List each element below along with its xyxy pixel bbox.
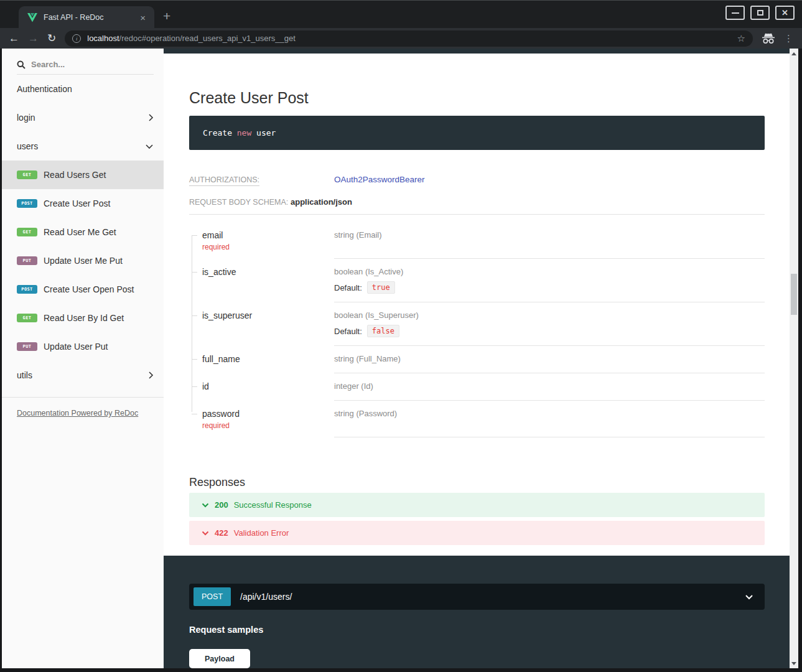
new-tab-button[interactable]: + [163, 9, 170, 24]
sidebar-op-read-users-get[interactable]: GET Read Users Get [2, 161, 164, 189]
tab-title: Fast API - ReDoc [44, 13, 138, 22]
required-flag: required [202, 420, 328, 431]
scrollbar-thumb[interactable] [791, 274, 797, 315]
method-badge-get: GET [17, 228, 37, 236]
default-value-chip: false [367, 325, 399, 337]
sidebar-footer: Documentation Powered by ReDoc [2, 398, 164, 427]
field-type: boolean (Is_Superuser) [334, 310, 765, 321]
sidebar-item-authentication[interactable]: Authentication [2, 75, 164, 103]
code-keyword: new [237, 128, 251, 138]
response-label: Validation Error [234, 528, 289, 538]
field-row-email: email required string (Email) [189, 222, 765, 259]
field-default: Default: true [334, 281, 765, 294]
scroll-down-arrow-icon[interactable] [790, 659, 798, 668]
chevron-right-icon [148, 371, 154, 380]
sidebar-item-label: users [17, 141, 145, 151]
request-body-label: REQUEST BODY SCHEMA: [189, 198, 291, 207]
required-flag: required [202, 241, 328, 253]
response-200-panel[interactable]: 200 Successful Response [189, 493, 765, 517]
sidebar-item-utils[interactable]: utils [2, 361, 164, 390]
sidebar-item-label: login [17, 113, 148, 123]
search-row [2, 49, 164, 74]
sidebar-op-label: Create User Post [44, 198, 110, 208]
response-422-panel[interactable]: 422 Validation Error [189, 521, 765, 545]
operation-description-code: Create new user [189, 116, 765, 150]
tab-close-icon[interactable]: × [138, 12, 148, 23]
chevron-right-icon [148, 113, 154, 122]
site-info-icon[interactable]: i [72, 34, 81, 43]
url-text[interactable]: localhost/redoc#operation/read_users_api… [87, 34, 730, 43]
search-icon [17, 60, 26, 69]
method-badge-get: GET [17, 314, 37, 322]
schema-fields: email required string (Email) is_active [189, 222, 765, 437]
incognito-icon [762, 33, 775, 44]
field-name: is_superuser [202, 309, 328, 322]
forward-icon[interactable]: → [28, 32, 39, 45]
responses-title: Responses [189, 476, 765, 489]
endpoint-path: /api/v1/users/ [240, 592, 745, 602]
authorizations-row: AUTHORIZATIONS: OAuth2PasswordBearer [189, 175, 765, 184]
default-label: Default: [334, 327, 362, 336]
reload-icon[interactable]: ↻ [47, 32, 56, 45]
maximize-button[interactable] [750, 6, 770, 20]
redoc-attribution-link[interactable]: Documentation Powered by ReDoc [17, 409, 138, 418]
search-input[interactable] [31, 60, 137, 69]
sidebar-op-update-user-put[interactable]: PUT Update User Put [2, 332, 164, 361]
field-type: string (Full_Name) [334, 353, 765, 365]
window-bottom-border [0, 668, 802, 672]
browser-toolbar: ← → ↻ i localhost/redoc#operation/read_u… [0, 28, 802, 49]
chevron-down-icon [202, 531, 209, 536]
default-label: Default: [334, 283, 362, 292]
browser-window: Fast API - ReDoc × + ✕ ← → ↻ i localhost… [0, 0, 802, 672]
sidebar-item-label: utils [17, 370, 148, 380]
field-name: id [202, 380, 328, 393]
app-area: Authentication login users GET Read User… [0, 49, 802, 668]
url-path: /redoc#operation/read_users_api_v1_users… [119, 34, 296, 43]
sidebar-op-create-user-open-post[interactable]: POST Create User Open Post [2, 275, 164, 304]
main-content: Create User Post Create new user AUTHORI… [164, 49, 790, 668]
payload-tab[interactable]: Payload [189, 649, 250, 668]
method-badge-get: GET [17, 170, 37, 179]
sidebar-item-users[interactable]: users [2, 132, 164, 161]
tab-strip: Fast API - ReDoc × + ✕ [0, 0, 802, 28]
sidebar-op-label: Read Users Get [44, 170, 106, 180]
sidebar-item-label: Authentication [17, 84, 154, 94]
sidebar-op-label: Update User Me Put [44, 256, 123, 266]
default-value-chip: true [367, 281, 395, 294]
field-type: boolean (Is_Active) [334, 266, 765, 278]
sidebar-op-update-user-me-put[interactable]: PUT Update User Me Put [2, 246, 164, 275]
field-row-password: password required string (Password) [189, 401, 765, 437]
field-row-full-name: full_name string (Full_Name) [189, 346, 765, 373]
oauth-scheme-link[interactable]: OAuth2PasswordBearer [334, 175, 425, 184]
response-label: Successful Response [234, 500, 312, 510]
method-badge-post: POST [17, 199, 37, 208]
http-method-badge: POST [194, 587, 231, 606]
sidebar-op-read-user-by-id-get[interactable]: GET Read User By Id Get [2, 304, 164, 332]
previous-section-strip [164, 49, 790, 54]
scroll-up-arrow-icon[interactable] [790, 49, 798, 58]
operation-title: Create User Post [189, 89, 765, 107]
browser-tab[interactable]: Fast API - ReDoc × [19, 6, 154, 29]
sidebar-item-login[interactable]: login [2, 103, 164, 132]
close-window-button[interactable]: ✕ [775, 6, 795, 20]
code-text: Create [203, 128, 237, 138]
sidebar-op-read-user-me-get[interactable]: GET Read User Me Get [2, 218, 164, 246]
field-type: string (Email) [334, 230, 765, 241]
sidebar-op-create-user-post[interactable]: POST Create User Post [2, 189, 164, 218]
method-badge-post: POST [17, 285, 37, 294]
sidebar-op-label: Read User Me Get [44, 227, 116, 237]
back-icon[interactable]: ← [9, 32, 19, 45]
window-right-border [798, 49, 802, 668]
request-samples-section: POST /api/v1/users/ Request samples Payl… [164, 556, 790, 668]
minimize-button[interactable] [725, 6, 745, 20]
address-bar[interactable]: i localhost/redoc#operation/read_users_a… [65, 30, 753, 47]
browser-menu-icon[interactable]: ⋮ [784, 33, 793, 44]
operation-section: Create User Post Create new user AUTHORI… [164, 54, 790, 556]
response-code: 200 [215, 500, 228, 510]
request-body-row: REQUEST BODY SCHEMA: application/json [189, 197, 765, 207]
page-scrollbar[interactable] [790, 49, 798, 668]
field-row-is-active: is_active boolean (Is_Active) Default: t… [189, 259, 765, 302]
chevron-down-icon [145, 144, 154, 149]
endpoint-dropdown[interactable]: POST /api/v1/users/ [189, 584, 765, 610]
bookmark-star-icon[interactable]: ☆ [737, 33, 745, 44]
